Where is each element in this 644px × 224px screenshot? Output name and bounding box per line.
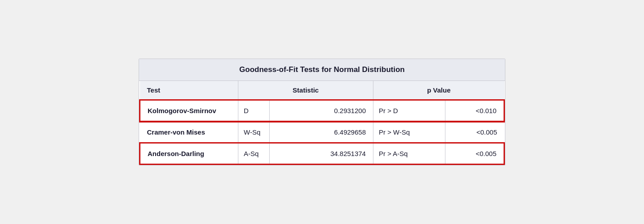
table-header-row: Test Statistic p Value xyxy=(140,81,504,100)
cell-pval-label: Pr > D xyxy=(373,100,445,122)
cell-pval-label: Pr > W-Sq xyxy=(373,122,445,143)
table-row: Anderson-Darling A-Sq 34.8251374 Pr > A-… xyxy=(140,143,504,165)
cell-stat-label: W-Sq xyxy=(238,122,270,143)
header-statistic: Statistic xyxy=(238,81,373,100)
table-row: Cramer-von Mises W-Sq 6.4929658 Pr > W-S… xyxy=(140,122,504,143)
cell-pval-value: <0.005 xyxy=(445,122,504,143)
cell-stat-label: A-Sq xyxy=(238,143,270,165)
table-row: Kolmogorov-Smirnov D 0.2931200 Pr > D <0… xyxy=(140,100,504,122)
cell-test-name: Anderson-Darling xyxy=(140,143,238,165)
cell-pval-label: Pr > A-Sq xyxy=(373,143,445,165)
cell-stat-value: 34.8251374 xyxy=(270,143,373,165)
cell-pval-value: <0.005 xyxy=(445,143,504,165)
cell-test-name: Cramer-von Mises xyxy=(140,122,238,143)
cell-test-name: Kolmogorov-Smirnov xyxy=(140,100,238,122)
goodness-of-fit-table: Goodness-of-Fit Tests for Normal Distrib… xyxy=(139,59,505,165)
header-pvalue: p Value xyxy=(373,81,504,100)
cell-stat-label: D xyxy=(238,100,270,122)
table-title: Goodness-of-Fit Tests for Normal Distrib… xyxy=(139,59,505,81)
cell-stat-value: 6.4929658 xyxy=(270,122,373,143)
cell-stat-value: 0.2931200 xyxy=(270,100,373,122)
header-test: Test xyxy=(140,81,238,100)
cell-pval-value: <0.010 xyxy=(445,100,504,122)
